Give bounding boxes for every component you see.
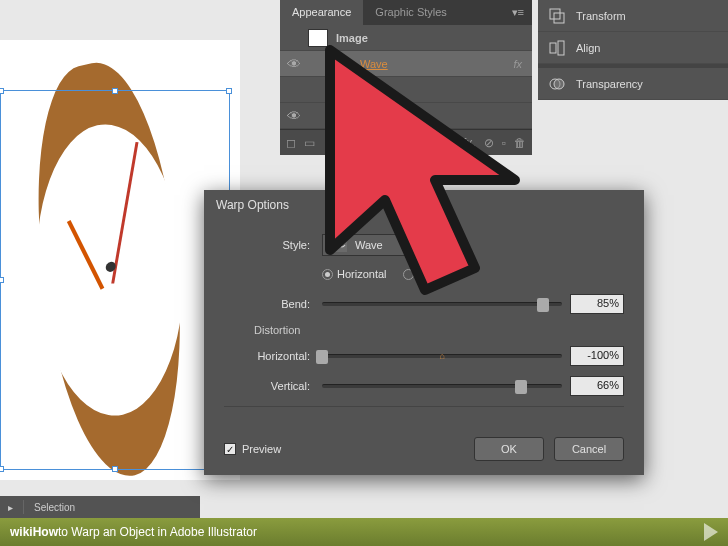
svg-rect-3	[558, 41, 564, 55]
fx-icon[interactable]: fx	[513, 58, 526, 70]
tab-appearance[interactable]: Appearance	[280, 0, 363, 25]
vertical-label: Vertical:	[224, 380, 314, 392]
thumbnail-icon	[308, 29, 328, 47]
preview-checkbox[interactable]: ✓ Preview	[224, 443, 281, 455]
duplicate-icon[interactable]: ▫	[502, 136, 506, 150]
appearance-row-image[interactable]: Image	[280, 25, 532, 51]
tutorial-title: to Warp an Object in Adobe Illustrator	[58, 525, 257, 539]
appearance-panel: Appearance Graphic Styles ▾≡ Image 👁 War…	[280, 0, 532, 155]
appearance-row-opacity[interactable]: 👁 Opacity: Default	[280, 103, 532, 129]
align-icon	[548, 39, 566, 57]
svg-rect-1	[554, 13, 564, 23]
bend-label: Bend:	[224, 298, 314, 310]
svg-rect-2	[550, 43, 556, 53]
watermark-bar: wikiHow to Warp an Object in Adobe Illus…	[0, 518, 728, 546]
panel-item-transparency[interactable]: Transparency	[538, 68, 728, 100]
bend-slider[interactable]	[322, 302, 562, 306]
style-dropdown[interactable]: Wave	[322, 234, 442, 256]
stroke-icon[interactable]: ▭	[304, 136, 315, 150]
panel-menu-icon[interactable]: ▾≡	[504, 0, 532, 25]
bend-value[interactable]: 85%	[570, 294, 624, 314]
transparency-icon	[548, 75, 566, 93]
appearance-row-warp[interactable]: 👁 Warp: Wave fx	[280, 51, 532, 77]
appearance-list: Image 👁 Warp: Wave fx Image Pixels 👁 Opa…	[280, 25, 532, 129]
clear-icon[interactable]: ⊘	[484, 136, 494, 150]
appearance-row-pixels[interactable]: Image Pixels	[280, 77, 532, 103]
origin-marker-icon: ⌂	[440, 351, 445, 361]
visibility-eye-icon[interactable]: 👁	[280, 108, 308, 124]
radio-horizontal[interactable]: Horizontal	[322, 268, 387, 280]
panel-item-align[interactable]: Align	[538, 32, 728, 64]
svg-point-5	[554, 79, 564, 89]
cancel-button[interactable]: Cancel	[554, 437, 624, 461]
horizontal-label: Horizontal:	[224, 350, 314, 362]
style-label: Style:	[224, 239, 314, 251]
distortion-section-label: Distortion	[254, 324, 624, 336]
brand-text: wikiHow	[10, 525, 58, 539]
status-bar: ▸ Selection	[0, 496, 200, 518]
no-fill-icon[interactable]: ◻	[286, 136, 296, 150]
fx-add-icon[interactable]: fx.	[463, 136, 476, 150]
panel-item-transform[interactable]: Transform	[538, 0, 728, 32]
vertical-slider[interactable]	[322, 384, 562, 388]
warp-options-dialog: Warp Options Style: Wave Horizontal Vert…	[204, 190, 644, 475]
appearance-footer: ◻ ▭ fx. ⊘ ▫ 🗑	[280, 129, 532, 155]
dialog-title: Warp Options	[204, 190, 644, 220]
transform-icon	[548, 7, 566, 25]
wave-icon	[331, 238, 347, 252]
ok-button[interactable]: OK	[474, 437, 544, 461]
play-icon	[704, 523, 718, 541]
right-side-panel: Transform Align Transparency	[538, 0, 728, 100]
vertical-value[interactable]: 66%	[570, 376, 624, 396]
status-mode: Selection	[34, 502, 75, 513]
horizontal-value[interactable]: -100%	[570, 346, 624, 366]
selection-bounding-box[interactable]	[0, 90, 230, 470]
tab-graphic-styles[interactable]: Graphic Styles	[363, 0, 459, 25]
radio-vertical[interactable]: Vertical	[403, 268, 454, 280]
trash-icon[interactable]: 🗑	[514, 136, 526, 150]
svg-rect-0	[550, 9, 560, 19]
horizontal-slider[interactable]: ⌂	[322, 354, 562, 358]
visibility-eye-icon[interactable]: 👁	[280, 56, 308, 72]
